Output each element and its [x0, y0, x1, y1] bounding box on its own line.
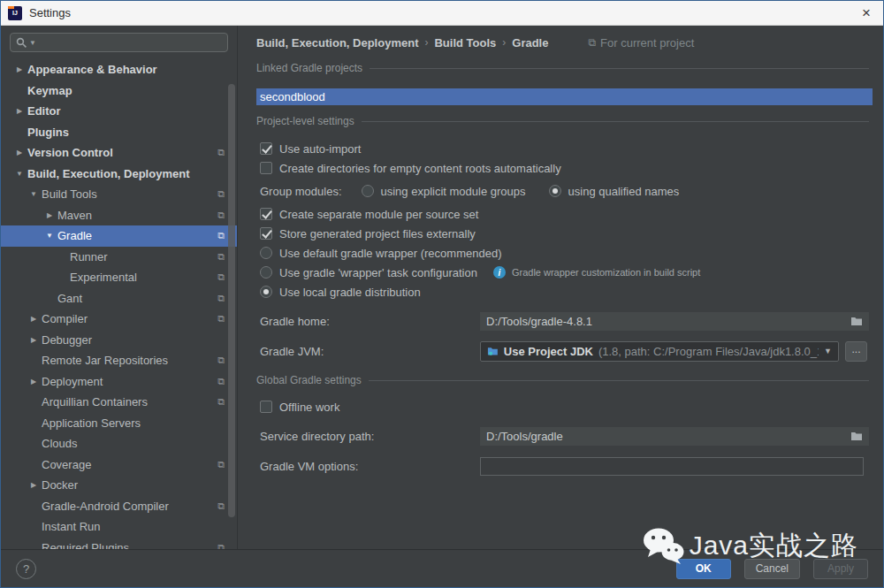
checkbox-offline-work[interactable] — [260, 401, 272, 413]
gradle-home-value: D:/Tools/gradle-4.8.1 — [486, 315, 592, 328]
qualified-names-option[interactable]: using qualified names — [545, 185, 680, 198]
copy-settings-icon: ⧉ — [217, 500, 225, 512]
sidebar-item-label: Required Plugins — [42, 541, 129, 549]
sidebar-item-label: Plugins — [27, 126, 69, 139]
sidebar-item-required-plugins[interactable]: Required Plugins⧉ — [1, 538, 237, 550]
store-external-option[interactable]: Store generated project files externally — [256, 224, 871, 243]
copy-settings-icon: ⧉ — [217, 376, 225, 387]
gradle-home-field[interactable]: D:/Tools/gradle-4.8.1 — [480, 312, 869, 331]
chevron-right-icon[interactable]: ▶ — [11, 149, 27, 157]
copy-settings-icon: ⧉ — [217, 293, 225, 304]
sidebar-item-keymap[interactable]: Keymap — [1, 80, 237, 102]
sidebar-item-appearance-behavior[interactable]: ▶Appearance & Behavior — [1, 59, 237, 80]
sidebar-item-build-tools[interactable]: ▼Build Tools⧉ — [1, 184, 237, 205]
chevron-down-icon[interactable]: ▼ — [824, 347, 832, 355]
breadcrumb-item[interactable]: Gradle — [512, 36, 548, 50]
apply-button[interactable]: Apply — [813, 559, 868, 579]
option-label: Create directories for empty content roo… — [279, 162, 561, 175]
wrapper-hint: i Gradle wrapper customization in build … — [493, 266, 700, 279]
option-label: Use default gradle wrapper (recommended) — [279, 247, 501, 260]
radio-wrapper-task[interactable] — [260, 266, 272, 279]
sidebar-item-deployment[interactable]: ▶Deployment⧉ — [1, 371, 237, 393]
radio-default-wrapper[interactable] — [260, 247, 272, 259]
sidebar-item-experimental[interactable]: Experimental⧉ — [1, 267, 237, 288]
sidebar-item-maven[interactable]: ▶Maven⧉ — [1, 205, 237, 226]
checkbox-use-auto-import[interactable] — [260, 142, 272, 155]
chevron-down-icon[interactable]: ▼ — [11, 170, 27, 178]
intellij-logo-icon: IJ — [8, 6, 22, 20]
option-label: using explicit module groups — [381, 185, 526, 198]
sidebar-item-debugger[interactable]: ▶Debugger — [1, 330, 237, 351]
copy-settings-icon: ⧉ — [217, 251, 225, 263]
sidebar-item-docker[interactable]: ▶Docker — [1, 475, 237, 496]
sidebar-item-compiler[interactable]: ▶Compiler⧉ — [1, 309, 237, 330]
checkbox-store-external[interactable] — [260, 227, 272, 240]
breadcrumb-item[interactable]: Build Tools — [434, 36, 496, 50]
chevron-down-icon[interactable]: ▼ — [42, 232, 57, 240]
use-auto-import-option[interactable]: Use auto-import — [256, 139, 871, 158]
folder-icon[interactable] — [850, 316, 863, 326]
sidebar-item-version-control[interactable]: ▶Version Control⧉ — [1, 142, 237, 164]
radio-explicit-module-groups[interactable] — [362, 185, 374, 197]
linked-project-row[interactable]: secondblood — [256, 88, 873, 105]
chevron-right-icon[interactable]: ▶ — [26, 315, 42, 323]
chevron-right-icon[interactable]: ▶ — [11, 107, 27, 115]
sidebar-item-application-servers[interactable]: Application Servers — [1, 413, 237, 434]
chevron-right-icon[interactable]: ▶ — [26, 336, 42, 344]
search-filter-caret-icon[interactable]: ▼ — [29, 39, 36, 47]
copy-settings-icon: ⧉ — [588, 36, 596, 49]
folder-icon[interactable] — [850, 431, 863, 441]
chevron-right-icon[interactable]: ▶ — [11, 65, 27, 73]
gradle-vm-options-input[interactable] — [480, 457, 864, 476]
local-distribution-option[interactable]: Use local gradle distribution — [256, 282, 871, 302]
gradle-jvm-select[interactable]: Use Project JDK (1.8, path: C:/Program F… — [480, 341, 839, 362]
copy-settings-icon: ⧉ — [217, 355, 225, 366]
sidebar-item-build-execution-deployment[interactable]: ▼Build, Execution, Deployment — [1, 164, 237, 185]
sidebar-item-label: Maven — [57, 209, 92, 222]
dialog-footer: ? OK Cancel Apply — [1, 549, 883, 587]
sidebar-item-runner[interactable]: Runner⧉ — [1, 247, 237, 268]
gradle-jvm-row: Gradle JVM: Use Project JDK (1.8, path: … — [256, 340, 871, 362]
create-directories-option[interactable]: Create directories for empty content roo… — [256, 158, 871, 178]
sidebar-item-editor[interactable]: ▶Editor — [1, 101, 237, 122]
sidebar-item-coverage[interactable]: Coverage⧉ — [1, 454, 237, 476]
radio-local-distribution[interactable] — [260, 286, 272, 298]
sidebar-scrollbar[interactable] — [228, 84, 235, 517]
chevron-right-icon[interactable]: ▶ — [42, 211, 57, 219]
explicit-module-groups-option[interactable]: using explicit module groups — [358, 185, 526, 198]
service-directory-field[interactable]: D:/Tools/gradle — [480, 427, 869, 446]
sidebar-item-gant[interactable]: Gant⧉ — [1, 288, 237, 309]
section-label: Project-level settings — [256, 115, 354, 127]
sidebar-item-clouds[interactable]: Clouds — [1, 433, 237, 454]
group-modules-row: Group modules: using explicit module gro… — [256, 181, 871, 201]
separate-module-option[interactable]: Create separate module per source set — [256, 204, 871, 224]
option-label: Store generated project files externally — [279, 227, 476, 241]
radio-qualified-names[interactable] — [549, 185, 561, 197]
sidebar-item-label: Compiler — [42, 312, 88, 325]
sidebar-item-instant-run[interactable]: Instant Run — [1, 516, 237, 538]
chevron-down-icon[interactable]: ▼ — [26, 190, 42, 198]
sidebar-item-plugins[interactable]: Plugins — [1, 122, 237, 143]
copy-settings-icon: ⧉ — [217, 542, 225, 549]
sidebar-item-arquillian-containers[interactable]: Arquillian Containers⧉ — [1, 392, 237, 413]
sidebar-item-label: Remote Jar Repositories — [42, 354, 168, 367]
checkbox-create-directories[interactable] — [260, 162, 272, 174]
help-button[interactable]: ? — [16, 559, 36, 579]
cancel-button[interactable]: Cancel — [744, 559, 800, 579]
wrapper-task-option[interactable]: Use gradle 'wrapper' task configuration … — [256, 263, 871, 282]
sidebar-item-gradle[interactable]: ▼Gradle⧉ — [1, 225, 237, 247]
default-wrapper-option[interactable]: Use default gradle wrapper (recommended) — [256, 243, 871, 263]
sidebar-item-remote-jar-repositories[interactable]: Remote Jar Repositories⧉ — [1, 350, 237, 371]
close-icon[interactable]: × — [857, 4, 876, 22]
sidebar-item-gradle-android-compiler[interactable]: Gradle-Android Compiler⧉ — [1, 496, 237, 517]
gradle-jvm-more-button[interactable]: ... — [845, 341, 867, 362]
ok-button[interactable]: OK — [676, 559, 731, 579]
checkbox-separate-module[interactable] — [260, 208, 272, 220]
scope-label: For current project — [600, 36, 694, 50]
breadcrumb-item[interactable]: Build, Execution, Deployment — [256, 36, 418, 50]
chevron-right-icon[interactable]: ▶ — [26, 481, 42, 489]
search-input[interactable]: ▼ — [10, 33, 228, 52]
chevron-right-icon[interactable]: ▶ — [26, 378, 42, 386]
gradle-jvm-detail: (1.8, path: C:/Program Files/Java/jdk1.8… — [598, 345, 819, 358]
offline-work-option[interactable]: Offline work — [256, 397, 871, 416]
